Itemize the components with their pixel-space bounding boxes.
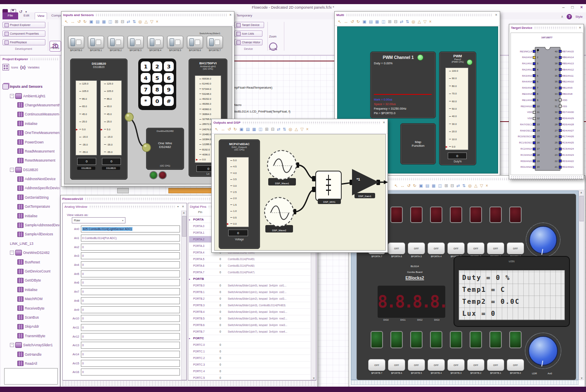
scroll-up-icon[interactable]: ▲ — [580, 191, 583, 194]
off-button[interactable]: OFF — [388, 242, 405, 254]
pin-pad[interactable] — [559, 68, 562, 71]
pan-icon[interactable]: ↔ — [344, 20, 348, 24]
digital-pin-row[interactable]: PORTB.60SwitchArraySlider1(pin6), keypad… — [189, 322, 310, 329]
redo-icon[interactable]: ↻ — [413, 184, 416, 188]
pwm-channel-panel[interactable]: PWM Channel 1 Duty = 0.00% Mark = 0.00us… — [370, 52, 436, 118]
pin-pad[interactable] — [559, 80, 562, 83]
pin-pad[interactable] — [533, 153, 536, 156]
pin-pad[interactable] — [559, 135, 562, 138]
pin-pad[interactable] — [533, 141, 536, 144]
select-icon[interactable]: ↖ — [65, 20, 68, 24]
layers-icon[interactable]: ▤ — [96, 20, 99, 24]
pin-pad[interactable] — [559, 74, 562, 77]
close-tool-icon[interactable]: × — [429, 20, 432, 24]
redo-icon[interactable]: ↻ — [83, 20, 87, 24]
off-button[interactable]: OFF — [467, 359, 484, 371]
analog-value-field[interactable]: 0 — [81, 297, 180, 304]
dsp-gain-block[interactable] — [352, 169, 379, 195]
pan-icon[interactable]: ↔ — [400, 184, 404, 188]
expander-icon[interactable]: − — [10, 168, 14, 172]
close-icon[interactable]: × — [578, 26, 582, 30]
pin-pad[interactable] — [559, 141, 562, 144]
tree-item[interactable]: Initialise — [2, 211, 59, 220]
tree-item[interactable]: GetTemperature — [2, 202, 59, 211]
tab-edit[interactable]: Edit — [20, 12, 33, 19]
box-select-icon[interactable]: ▣ — [239, 127, 243, 131]
green-led-icon[interactable] — [509, 331, 522, 348]
red-led-icon[interactable] — [158, 171, 167, 179]
analog-vscrollbar[interactable]: ▲ — [181, 211, 187, 380]
tree-item[interactable]: ReadAll — [2, 359, 59, 368]
analog-value-field[interactable]: 0 — [81, 261, 180, 268]
pin-pad[interactable] — [559, 99, 562, 101]
tree-item[interactable]: GetDeviceCount — [2, 267, 59, 276]
inputs-window-titlebar[interactable]: Inputs and Sensors × — [61, 12, 234, 18]
analog-value-field[interactable]: 0 — [81, 360, 180, 367]
analog-window-titlebar[interactable]: Analog Window ▪ × — [63, 203, 187, 210]
inputs-panel-canvas[interactable]: SwitchArraySlider1 $PORTB.0$PORTB.1$PORT… — [64, 26, 232, 184]
off-button[interactable]: OFF — [368, 359, 385, 371]
map-function-block[interactable]: Map Function — [400, 123, 436, 164]
digital-pin-row[interactable]: PORTB.00SwitchArraySlider1(pin0), keypad… — [189, 282, 310, 289]
scroll-down-icon[interactable]: ▼ — [312, 377, 315, 380]
tree-item[interactable]: TransmitByte — [2, 331, 59, 340]
analog-value-field[interactable]: 0 — [81, 351, 180, 358]
box-select-icon[interactable]: ▣ — [362, 20, 366, 24]
off-button[interactable]: OFF — [428, 242, 445, 254]
layers-icon[interactable]: ▤ — [369, 20, 373, 24]
grid-icon[interactable]: ▦ — [375, 20, 379, 24]
pin-pad[interactable] — [533, 74, 536, 77]
digital-pin-row[interactable]: PORTC.00 — [189, 342, 310, 348]
digital-pin-row[interactable]: PORTB.70SwitchArraySlider1(pin7), keypad… — [189, 329, 310, 335]
tree-item[interactable]: ReadMeasurement — [2, 147, 59, 156]
analog-value-field[interactable]: 0 — [81, 342, 180, 349]
tree-item[interactable]: BusReset — [2, 257, 59, 266]
digital-pin-row[interactable]: PORTB.30SwitchArraySlider1(pin3), ComboB… — [189, 302, 310, 309]
split-icon[interactable]: ◫ — [109, 20, 112, 24]
tree-item[interactable]: PowerDown — [2, 137, 59, 146]
digital-port-group[interactable]: ▸PORTB — [189, 276, 310, 282]
select-icon[interactable]: ↖ — [215, 127, 218, 131]
analog-value-field[interactable]: 0 — [81, 279, 180, 286]
zoom-button[interactable]: Zoom — [264, 35, 281, 38]
tree-item[interactable]: AddressSpecificDevice — [2, 183, 59, 192]
green-led-icon[interactable] — [410, 331, 423, 348]
pin-pad[interactable] — [559, 129, 562, 132]
outputs-dsp-window[interactable]: Outputs and DSP × ↖↔↺↻▣▤▦◫⊞⊟⇄⇅◎△▽× MCP47… — [211, 119, 388, 253]
off-button[interactable]: OFF — [408, 359, 425, 371]
redo-icon[interactable]: ↻ — [234, 127, 237, 131]
scroll-up-icon[interactable]: ▲ — [182, 211, 185, 214]
analog-value-field[interactable]: 0 — [81, 369, 180, 376]
down-tri-icon[interactable]: ▽ — [423, 20, 427, 24]
redo-icon[interactable]: ↻ — [357, 20, 360, 24]
ribbon-button-project-explorer[interactable]: Project Explorer — [2, 22, 45, 28]
inputs-sensors-window[interactable]: Inputs and Sensors × ↖↔↺↻▣▤▦◫⊞⊟⇄⇅◎△▽× Sw… — [61, 11, 234, 187]
off-button[interactable]: OFF — [487, 242, 504, 254]
target-icon[interactable]: ◎ — [412, 20, 416, 24]
pan-icon[interactable]: ↔ — [71, 20, 75, 24]
analog-value-field[interactable]: 0 — [81, 252, 180, 259]
analog-value-field[interactable]: 0 — [81, 333, 180, 340]
red-led-icon[interactable] — [489, 207, 502, 223]
swap-h-icon[interactable]: ⇄ — [277, 127, 280, 131]
green-led-icon[interactable] — [371, 331, 383, 348]
pin-pad[interactable] — [559, 123, 562, 126]
outputs-canvas[interactable]: MCP47x6DAC DAC_Output1 (I2C CH1) 5.04.54… — [214, 134, 386, 251]
pin-pad[interactable] — [533, 62, 536, 65]
ribbon-toggle-change-history[interactable]: Change History — [234, 39, 262, 45]
red-led-icon[interactable] — [430, 207, 442, 223]
dsp-mixer-block[interactable] — [315, 171, 342, 201]
up-tri-icon[interactable]: △ — [474, 184, 477, 188]
add-icon[interactable]: ⊞ — [388, 20, 391, 24]
digital-pin-row[interactable]: PORTA.70ComboBL0114(PinA7) — [189, 269, 310, 276]
ribbon-button-find-replace[interactable]: Find/Replace — [2, 39, 45, 45]
analog-value-field[interactable]: 0 — [81, 288, 180, 295]
grid-icon[interactable]: ▦ — [432, 184, 435, 188]
off-button[interactable]: OFF — [487, 359, 504, 371]
split-icon[interactable]: ◫ — [438, 184, 442, 188]
close-icon[interactable]: × — [494, 13, 498, 17]
down-tri-icon[interactable]: ▽ — [150, 20, 154, 24]
tab-view[interactable]: View — [35, 12, 47, 19]
tree-root[interactable]: Inputs and Sensors — [2, 82, 59, 91]
digital-pin-row[interactable]: PORTC.30 — [189, 361, 310, 368]
